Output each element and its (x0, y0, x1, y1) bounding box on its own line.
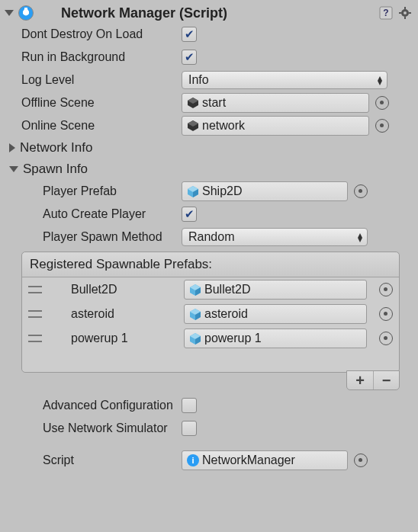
chevron-updown-icon: ▴▾ (378, 75, 382, 85)
list-item: powerup 1 powerup 1 (22, 326, 399, 351)
label-online-scene: Online Scene (21, 119, 182, 133)
checkbox-auto-create[interactable]: ✔ (182, 207, 197, 222)
row-advanced-config: Advanced Configuration ✔ (5, 394, 413, 417)
prefab-cube-icon (189, 308, 201, 320)
row-player-prefab: Player Prefab Ship2D (5, 180, 413, 203)
unity-scene-icon (187, 97, 199, 109)
list-footer: + − (22, 351, 399, 372)
object-picker-icon[interactable] (379, 332, 393, 345)
prefab-cube-icon (187, 185, 199, 197)
add-button[interactable]: + (347, 371, 373, 389)
object-picker-icon[interactable] (375, 96, 389, 110)
list-item-name: powerup 1 (48, 332, 178, 345)
dropdown-spawn-method[interactable]: Random ▴▾ (182, 228, 368, 246)
gear-icon[interactable] (398, 5, 413, 21)
foldout-arrow-icon (9, 143, 15, 152)
row-offline-scene: Offline Scene start (5, 91, 413, 114)
objectfield-value: network (202, 119, 245, 133)
label-spawn-method: Player Spawn Method (43, 230, 182, 244)
label-log-level: Log Level (21, 73, 182, 87)
row-log-level: Log Level Info ▴▾ (5, 69, 413, 91)
svg-rect-4 (404, 7, 406, 9)
remove-button[interactable]: − (373, 371, 399, 389)
dropdown-value: Random (188, 230, 234, 244)
row-run-bg: Run in Background ✔ (5, 46, 413, 69)
objectfield-value: start (202, 96, 226, 110)
object-picker-icon[interactable] (354, 184, 368, 198)
label-script: Script (43, 453, 182, 467)
component-foldout-arrow-icon[interactable] (5, 10, 14, 16)
row-auto-create: Auto Create Player ✔ (5, 203, 413, 226)
list-item: asteroid asteroid (22, 302, 399, 326)
spawnable-list: Registered Spawnable Prefabs: Bullet2D B… (21, 252, 400, 373)
object-picker-icon[interactable] (379, 307, 393, 321)
label-network-simulator: Use Network Simulator (43, 421, 182, 435)
svg-text:?: ? (383, 8, 388, 18)
prefab-cube-icon (189, 284, 201, 296)
component-header: Network Manager (Script) ? (5, 3, 413, 23)
objectfield-list-item[interactable]: asteroid (184, 304, 367, 324)
row-script: Script i NetworkManager (5, 449, 413, 472)
drag-handle-icon[interactable] (28, 335, 42, 342)
script-icon: i (187, 454, 199, 466)
objectfield-value: asteroid (204, 307, 248, 321)
list-item-name: asteroid (48, 307, 178, 321)
section-spawn-info[interactable]: Spawn Info (5, 159, 413, 180)
label-dont-destroy: Dont Destroy On Load (21, 27, 182, 41)
spawnable-list-header: Registered Spawnable Prefabs: (22, 252, 399, 277)
dropdown-value: Info (188, 73, 209, 87)
drag-handle-icon[interactable] (28, 286, 42, 293)
list-item-name: Bullet2D (48, 283, 178, 296)
objectfield-list-item[interactable]: Bullet2D (184, 280, 367, 300)
objectfield-value: Ship2D (202, 184, 242, 198)
svg-rect-5 (404, 17, 406, 19)
checkbox-dont-destroy[interactable]: ✔ (182, 27, 197, 42)
prefab-cube-icon (189, 332, 201, 345)
object-picker-icon[interactable] (379, 283, 393, 296)
unity-scene-icon (187, 120, 199, 132)
component-title: Network Manager (Script) (41, 5, 375, 21)
checkbox-run-bg[interactable]: ✔ (182, 50, 197, 65)
list-item: Bullet2D Bullet2D (22, 277, 399, 302)
svg-point-3 (404, 11, 407, 14)
component-icon (18, 5, 34, 21)
row-dont-destroy: Dont Destroy On Load ✔ (5, 23, 413, 46)
svg-rect-7 (409, 12, 411, 14)
objectfield-value: NetworkManager (202, 453, 295, 467)
objectfield-list-item[interactable]: powerup 1 (184, 328, 367, 348)
row-spawn-method: Player Spawn Method Random ▴▾ (5, 226, 413, 248)
dropdown-log-level[interactable]: Info ▴▾ (182, 71, 387, 89)
objectfield-player-prefab[interactable]: Ship2D (182, 181, 348, 201)
label-auto-create: Auto Create Player (43, 207, 182, 221)
chevron-updown-icon: ▴▾ (358, 232, 362, 242)
checkbox-network-simulator[interactable]: ✔ (182, 421, 197, 436)
label-run-bg: Run in Background (21, 50, 182, 64)
object-picker-icon[interactable] (354, 453, 368, 467)
objectfield-value: Bullet2D (204, 283, 250, 296)
section-title-spawn-info: Spawn Info (23, 162, 88, 177)
svg-rect-6 (399, 12, 401, 14)
checkbox-advanced-config[interactable]: ✔ (182, 398, 197, 413)
objectfield-online-scene[interactable]: network (182, 116, 369, 136)
foldout-arrow-icon (9, 166, 18, 172)
row-online-scene: Online Scene network (5, 114, 413, 137)
section-title-network-info: Network Info (20, 140, 92, 155)
label-advanced-config: Advanced Configuration (43, 399, 182, 412)
drag-handle-icon[interactable] (28, 310, 42, 318)
objectfield-offline-scene[interactable]: start (182, 93, 369, 113)
help-icon[interactable]: ? (378, 5, 394, 21)
object-picker-icon[interactable] (375, 119, 389, 133)
objectfield-script[interactable]: i NetworkManager (182, 450, 348, 470)
label-offline-scene: Offline Scene (21, 96, 182, 110)
row-network-simulator: Use Network Simulator ✔ (5, 417, 413, 440)
label-player-prefab: Player Prefab (43, 184, 182, 198)
inspector-panel: Network Manager (Script) ? Dont Destroy … (0, 0, 418, 476)
objectfield-value: powerup 1 (204, 332, 262, 345)
section-network-info[interactable]: Network Info (5, 137, 413, 159)
